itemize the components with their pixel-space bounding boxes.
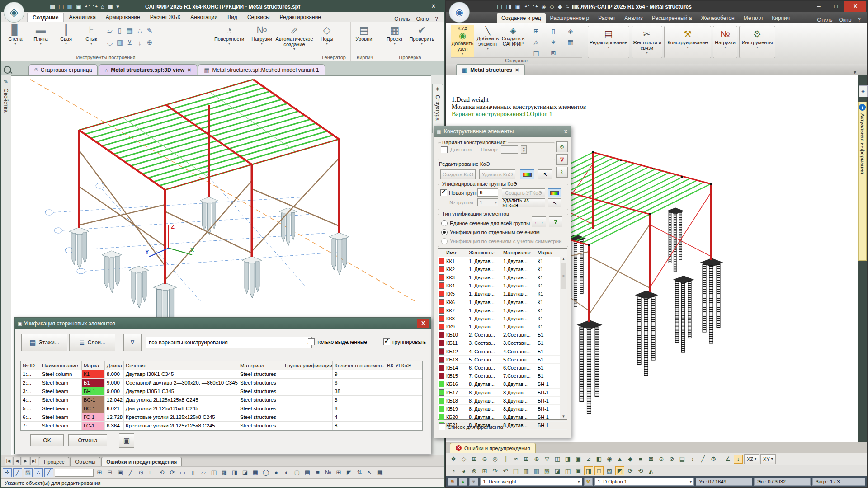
toolbar-icon[interactable]: ▩ xyxy=(220,468,229,477)
toolbar-icon[interactable]: ⊞ xyxy=(470,455,479,464)
list-item[interactable]: КК6 1. Двутав... 1.Двутав... К1 xyxy=(438,298,567,306)
toolbar-icon[interactable]: ⟲ xyxy=(636,466,645,475)
qat-icon[interactable]: ▥ xyxy=(67,3,73,10)
column-header[interactable]: Жесткость: xyxy=(467,250,502,255)
toolbar-icon[interactable]: ▤ xyxy=(303,468,312,477)
tab-meshed-model[interactable]: ▦ Metal structures.spf:Meshed model vari… xyxy=(198,64,325,75)
list-item[interactable]: КК9 1. Двутав... 1.Двутав... К1 xyxy=(438,323,567,331)
book-icon[interactable]: ❖ xyxy=(859,85,868,97)
ribbon-small-icon[interactable]: ∴ xyxy=(137,27,142,35)
toolbar-icon[interactable]: ▣ xyxy=(116,468,125,477)
select-cursor-button[interactable]: ↖ xyxy=(538,169,552,179)
xz-view-button[interactable]: XZ▾ xyxy=(744,454,759,464)
toolbar-icon[interactable]: ▤ xyxy=(678,455,687,464)
ribbon-tab[interactable]: Расчет ЖБК xyxy=(145,13,185,22)
toolbar-icon[interactable]: ◩ xyxy=(615,466,624,475)
create-koe-button[interactable]: Создать КоЭ xyxy=(440,169,476,179)
tab-list-chevron-icon[interactable]: ▾ xyxy=(854,69,856,75)
qat-icon[interactable]: ◨ xyxy=(506,3,511,10)
ribbon-tile-button[interactable]: ⚙Инструменты▾ xyxy=(739,26,775,58)
toolbar-icon[interactable]: ⊞ xyxy=(522,455,531,464)
ribbon-button[interactable]: ◔ Поверхности▾ xyxy=(213,23,245,51)
toolbar-icon[interactable]: ▱ xyxy=(199,468,208,477)
toolbar-icon[interactable]: ▨ xyxy=(605,466,614,475)
ribbon-tab[interactable]: Железобетон xyxy=(696,13,739,23)
column-header[interactable]: №:ID xyxy=(21,361,40,370)
list-item[interactable]: КБ13 5. Состав... 5.Составн... Б1 xyxy=(438,356,567,364)
floors-button[interactable]: ▤ Этажи... xyxy=(21,334,67,351)
ribbon-tab[interactable]: Редактирование xyxy=(275,13,326,22)
brush-button[interactable]: ⌇ xyxy=(556,167,568,178)
scroll-thumb[interactable]: ≡ xyxy=(561,263,566,289)
table-row[interactable]: 7:... Steel beam ГС-1 6.364 Крестовые уг… xyxy=(21,422,422,430)
help-button[interactable]: ? xyxy=(549,216,562,227)
tab-3d-view[interactable]: ⌂ Metal structures.spf:3D view ✕ xyxy=(99,64,197,75)
ribbon-button[interactable]: ✔ Проверить▾ xyxy=(408,23,435,46)
toolbar-icon[interactable]: ≈ xyxy=(511,455,520,464)
toolbar-icon[interactable]: ╱ xyxy=(126,468,135,477)
toolbar-icon[interactable]: ▦ xyxy=(532,466,541,475)
ribbon-small-icon[interactable]: ⊻ xyxy=(127,38,132,47)
toolbar-icon[interactable]: ⊿ xyxy=(584,455,593,464)
toolbar-icon[interactable]: ⊠ xyxy=(646,455,656,464)
toolbar-icon[interactable]: ▦ xyxy=(376,468,385,477)
column-header[interactable]: Материал xyxy=(238,361,283,370)
toolbar-icon[interactable]: ▣ xyxy=(574,455,583,464)
qat-icon[interactable]: ▣ xyxy=(76,3,81,10)
ribbon-tile-button[interactable]: ⚒Конструирование▾ xyxy=(664,26,711,58)
window-menu-item[interactable]: ? xyxy=(435,16,438,22)
toolbar-icon[interactable]: ╱ xyxy=(13,468,22,477)
list-item[interactable]: КБ12 4. Состав... 4.Составн... Б1 xyxy=(438,347,567,356)
toolbar-icon[interactable]: ◔ xyxy=(449,466,458,475)
toolbar-icon[interactable]: ◯ xyxy=(261,468,270,477)
window-menu-item[interactable]: Стиль xyxy=(394,16,410,22)
toolbar-icon[interactable]: ◫ xyxy=(553,455,562,464)
list-item[interactable]: КК2 1. Двутав... 1.Двутав... К1 xyxy=(438,265,567,273)
toolbar-icon[interactable]: ⊕ xyxy=(532,455,541,464)
ok-button[interactable]: OK xyxy=(30,434,64,446)
nav-next-icon[interactable]: ▶ xyxy=(22,457,29,465)
xy-view-button[interactable]: XY▾ xyxy=(760,454,776,464)
column-header[interactable]: ВК-УГКоЭ xyxy=(385,361,422,370)
toolbar-icon[interactable]: ≡ xyxy=(313,468,322,477)
hammer-icon[interactable]: ⚒ xyxy=(584,478,593,486)
ribbon-small-icon[interactable]: ▯ xyxy=(118,27,122,35)
qat-icon[interactable]: ↶ xyxy=(524,3,529,10)
ribbon-button[interactable]: ▊ Стена▾ xyxy=(3,23,28,46)
toolbar-icon[interactable]: ▧ xyxy=(542,466,552,475)
toolbar-icon[interactable]: ↷ xyxy=(491,466,500,475)
list-item[interactable]: КБ19 8. Двутав... 8.Двутав... БН-1 xyxy=(438,405,567,413)
ribbon-tab[interactable]: Аннотации xyxy=(185,13,222,22)
projection-down-icon[interactable]: ↓ xyxy=(734,455,743,464)
list-item[interactable]: КБ18 8. Двутав... 8.Двутав... БН-1 xyxy=(438,397,567,405)
new-group-checkbox[interactable]: Новая группа xyxy=(440,189,481,196)
ribbon-tab[interactable]: Расширенный а xyxy=(647,13,697,23)
table-row[interactable]: 4:... Steel beam ВС-1 12.042 Два уголка … xyxy=(21,396,422,404)
toolbar-icon[interactable]: ◕ xyxy=(459,466,468,475)
color-scale-button[interactable] xyxy=(548,188,561,197)
tab-process[interactable]: Процесс xyxy=(39,457,69,466)
variant-combobox[interactable]: 1. D.Option 1 ▾ xyxy=(594,478,694,486)
qat-icon[interactable]: ◈ xyxy=(542,3,546,10)
ribbon-small-icon[interactable]: ✎ xyxy=(147,27,153,35)
axis-tool-icon[interactable]: ∠ xyxy=(723,455,732,464)
panel-title-bar[interactable]: ▦ Конструктивные элементы x xyxy=(434,126,571,137)
radio-symmetry[interactable]: Унификация по сечениям с учетом симметри… xyxy=(441,238,561,244)
ribbon-tile-button[interactable]: ✂Жесткости и связи▾ xyxy=(632,26,662,58)
ribbon-small-icon[interactable]: ▦ xyxy=(127,27,133,35)
toolbar-icon[interactable]: ⊟ xyxy=(105,468,114,477)
panel-close-button[interactable]: x xyxy=(564,128,567,135)
spinner-control[interactable]: ▲▼ xyxy=(521,145,527,154)
toolbar-icon[interactable]: ⊞ xyxy=(95,468,104,477)
toolbar-icon[interactable]: ⊖ xyxy=(480,455,489,464)
ribbon-button[interactable]: ⇗ Автоматическое создание▾ xyxy=(278,23,311,51)
list-item[interactable]: КК3 1. Двутав... 1.Двутав... К1 xyxy=(438,273,567,282)
variant-number-input[interactable] xyxy=(501,145,518,154)
ribbon-small-icon[interactable]: ⊠ xyxy=(551,49,556,56)
filter-button[interactable]: ∇ xyxy=(556,154,568,165)
column-header[interactable]: Сечение xyxy=(124,361,238,370)
down-arrow-icon[interactable]: ▼ xyxy=(469,478,478,486)
list-item[interactable]: КБ17 8. Двутав... 8.Двутав... БН-1 xyxy=(438,389,567,397)
ribbon-tile-button[interactable]: ▤Редактирование▾ xyxy=(588,26,629,58)
ribbon-button[interactable]: ▤ Уровни xyxy=(353,23,375,42)
